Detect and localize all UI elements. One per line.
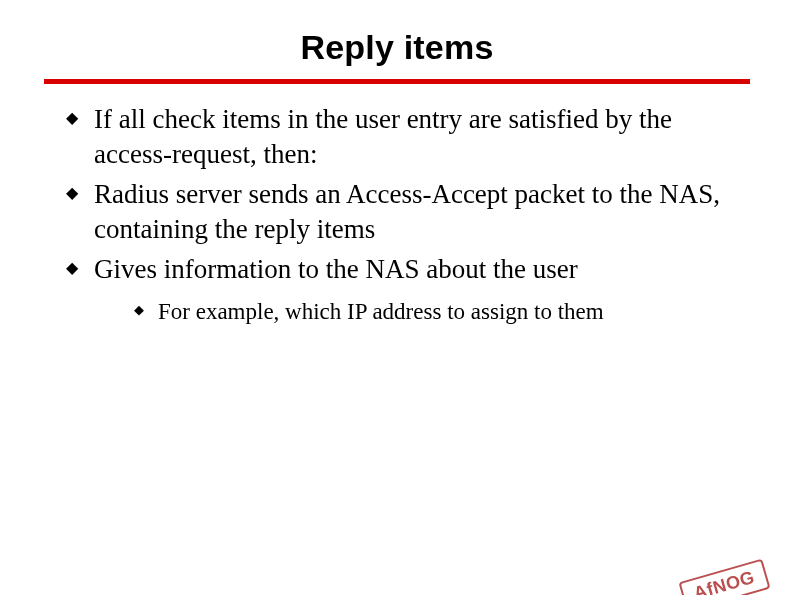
slide: Reply items ◆ If all check items in the … (0, 28, 794, 595)
bullet-icon: ◆ (66, 108, 78, 128)
bullet-text: Radius server sends an Access-Accept pac… (94, 179, 720, 244)
afnog-stamp: AfNOG (679, 559, 771, 595)
bullet-icon: ◆ (134, 302, 144, 319)
bullet-text: If all check items in the user entry are… (94, 104, 672, 169)
slide-title: Reply items (0, 28, 794, 67)
list-item: ◆ Radius server sends an Access-Accept p… (60, 177, 734, 246)
slide-body: ◆ If all check items in the user entry a… (60, 102, 734, 327)
afnog-stamp-box: AfNOG (679, 559, 771, 595)
bullet-list: ◆ If all check items in the user entry a… (60, 102, 734, 327)
list-item: ◆ For example, which IP address to assig… (130, 297, 734, 327)
bullet-icon: ◆ (66, 258, 78, 278)
list-item: ◆ Gives information to the NAS about the… (60, 252, 734, 326)
list-item: ◆ If all check items in the user entry a… (60, 102, 734, 171)
sub-bullet-list: ◆ For example, which IP address to assig… (94, 297, 734, 327)
bullet-icon: ◆ (66, 183, 78, 203)
stamp-nog: NOG (711, 567, 757, 595)
bullet-text: Gives information to the NAS about the u… (94, 254, 578, 284)
bullet-text: For example, which IP address to assign … (158, 299, 604, 324)
title-divider (44, 79, 750, 84)
